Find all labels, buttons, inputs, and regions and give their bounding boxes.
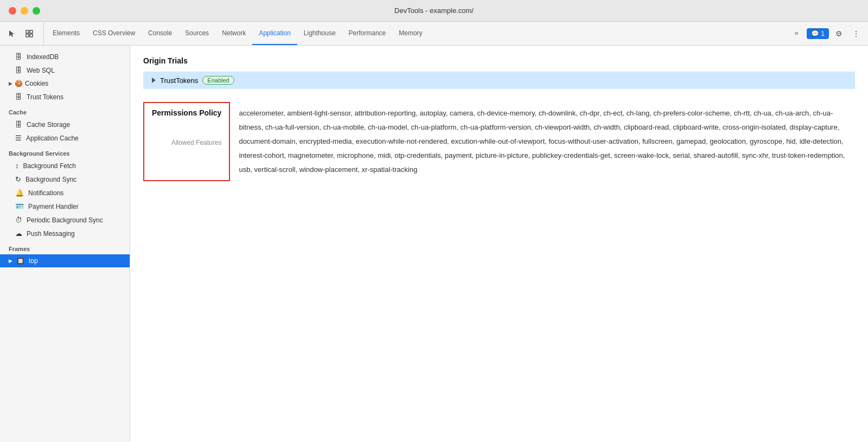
- svg-rect-1: [30, 30, 33, 33]
- allowed-features-value: accelerometer, ambient-light-sensor, att…: [230, 102, 855, 181]
- sidebar-item-periodic-background-sync[interactable]: ⏱ Periodic Background Sync: [0, 213, 130, 227]
- inspect-icon[interactable]: [22, 26, 37, 41]
- fetch-icon: ↕: [15, 162, 19, 170]
- svg-rect-3: [30, 34, 33, 37]
- allowed-features-label: Allowed Features: [152, 139, 221, 146]
- toolbar-left: [4, 22, 44, 45]
- cache-section-label: Cache: [0, 104, 130, 118]
- tab-more[interactable]: »: [788, 22, 805, 45]
- issues-icon: 💬: [811, 30, 819, 37]
- bell-icon: 🔔: [15, 189, 24, 197]
- window-controls: [9, 7, 40, 15]
- sidebar-item-application-cache[interactable]: ☰ Application Cache: [0, 131, 130, 145]
- content-area: Origin Trials TrustTokens Enabled Permis…: [130, 46, 868, 442]
- svg-rect-0: [26, 30, 29, 33]
- cookie-icon: 🍪: [15, 80, 23, 87]
- sidebar-item-trust-tokens[interactable]: 🗄 Trust Tokens: [0, 90, 130, 104]
- permissions-policy-section: Permissions Policy Allowed Features acce…: [143, 102, 855, 181]
- close-button[interactable]: [9, 7, 16, 15]
- tab-application[interactable]: Application: [252, 22, 297, 45]
- maximize-button[interactable]: [33, 7, 40, 15]
- sidebar-item-web-sql[interactable]: 🗄 Web SQL: [0, 63, 130, 77]
- trust-tokens-label: TrustTokens: [160, 76, 198, 85]
- sync-icon: ↻: [15, 175, 21, 183]
- sidebar-item-push-messaging[interactable]: ☁ Push Messaging: [0, 227, 130, 240]
- tab-network[interactable]: Network: [215, 22, 252, 45]
- origin-trials-title: Origin Trials: [143, 56, 855, 65]
- minimize-button[interactable]: [21, 7, 28, 15]
- window-title: DevTools - example.com/: [394, 7, 474, 15]
- tab-memory[interactable]: Memory: [392, 22, 429, 45]
- more-menu-icon[interactable]: ⋮: [848, 26, 864, 41]
- frame-icon: 🔲: [17, 258, 24, 265]
- tab-elements[interactable]: Elements: [46, 22, 86, 45]
- main-layout: 🗄 IndexedDB 🗄 Web SQL ▶ 🍪 Cookies 🗄 Trus…: [0, 46, 868, 442]
- expand-icon: [152, 78, 156, 83]
- sidebar-item-indexed-db[interactable]: 🗄 IndexedDB: [0, 50, 130, 63]
- tab-performance[interactable]: Performance: [342, 22, 393, 45]
- tab-css-overview[interactable]: CSS Overview: [86, 22, 142, 45]
- frame-triangle-icon: ▶: [9, 258, 12, 264]
- sidebar-item-notifications[interactable]: 🔔 Notifications: [0, 186, 130, 200]
- triangle-right-icon: ▶: [9, 81, 12, 86]
- permissions-label-box: Permissions Policy Allowed Features: [143, 102, 230, 181]
- sidebar-item-top-frame[interactable]: ▶ 🔲 top: [0, 254, 130, 267]
- sidebar-item-cookies[interactable]: ▶ 🍪 Cookies: [0, 77, 130, 90]
- cloud-icon: ☁: [15, 229, 22, 238]
- background-services-label: Background Services: [0, 145, 130, 159]
- sidebar-item-background-fetch[interactable]: ↕ Background Fetch: [0, 159, 130, 172]
- timer-icon: ⏱: [15, 216, 22, 224]
- sidebar-item-background-sync[interactable]: ↻ Background Sync: [0, 172, 130, 186]
- enabled-badge: Enabled: [202, 76, 234, 85]
- database-icon: 🗄: [15, 53, 22, 61]
- settings-icon[interactable]: ⚙: [831, 26, 846, 41]
- tab-console[interactable]: Console: [142, 22, 178, 45]
- trust-tokens-row[interactable]: TrustTokens Enabled: [143, 72, 855, 89]
- devtools-tabbar: Elements CSS Overview Console Sources Ne…: [0, 22, 868, 46]
- titlebar: DevTools - example.com/: [0, 0, 868, 22]
- issues-badge-button[interactable]: 💬 1: [807, 28, 829, 39]
- svg-rect-2: [26, 34, 29, 37]
- sidebar-item-cache-storage[interactable]: 🗄 Cache Storage: [0, 118, 130, 131]
- payment-icon: 🪪: [15, 202, 24, 210]
- database-icon: 🗄: [15, 66, 22, 74]
- cache-icon: 🗄: [15, 120, 22, 129]
- database-icon: 🗄: [15, 93, 22, 101]
- tab-sources[interactable]: Sources: [178, 22, 215, 45]
- permissions-policy-title: Permissions Policy: [152, 108, 221, 117]
- cursor-icon[interactable]: [4, 26, 20, 41]
- app-cache-icon: ☰: [15, 134, 22, 142]
- tab-lighthouse[interactable]: Lighthouse: [297, 22, 342, 45]
- tabbar-right: » 💬 1 ⚙ ⋮: [788, 22, 868, 45]
- frames-section-label: Frames: [0, 240, 130, 254]
- sidebar: 🗄 IndexedDB 🗄 Web SQL ▶ 🍪 Cookies 🗄 Trus…: [0, 46, 130, 442]
- sidebar-item-payment-handler[interactable]: 🪪 Payment Handler: [0, 200, 130, 213]
